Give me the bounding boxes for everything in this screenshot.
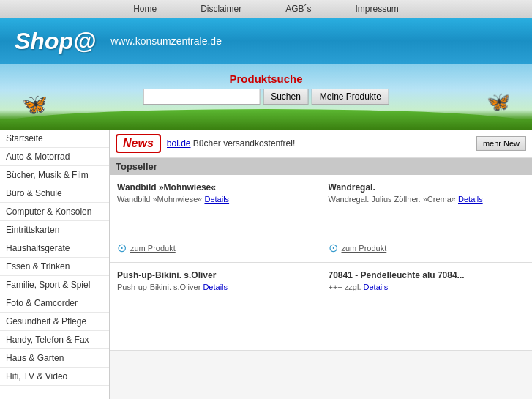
sidebar-item-3[interactable]: Büro & Schule bbox=[0, 184, 109, 203]
news-text: bol.de Bücher versandkostenfrei! bbox=[167, 138, 471, 149]
zum-produkt-link-1[interactable]: zum Produkt bbox=[130, 244, 176, 253]
nav-item-impressum[interactable]: Impressum bbox=[356, 4, 399, 14]
sidebar-item-9[interactable]: Foto & Camcorder bbox=[0, 294, 109, 313]
product-title-1: Wandbild »Mohnwiese« bbox=[117, 182, 313, 193]
sidebar-item-12[interactable]: Haus & Garten bbox=[0, 349, 109, 368]
sidebar-item-13[interactable]: Hifi, TV & Video bbox=[0, 368, 109, 386]
sidebar-item-6[interactable]: Haushaltsgeräte bbox=[0, 239, 109, 258]
product-desc-3: Push-up-Bikini. s.Oliver Details bbox=[117, 283, 313, 291]
product-cell-2: Wandregal. Wandregal. Julius Zöllner. »C… bbox=[321, 175, 533, 263]
product-desc-2: Wandregal. Julius Zöllner. »Crema« Detai… bbox=[329, 195, 525, 204]
nav-item-home[interactable]: Home bbox=[133, 4, 157, 14]
product-desc-1: Wandbild »Mohnwiese« Details bbox=[117, 195, 313, 204]
site-url: www.konsumzentrale.de bbox=[110, 35, 222, 47]
product-cell-4: 70841 - Pendelleuchte alu 7084... +++ zz… bbox=[321, 263, 533, 351]
sidebar-item-1[interactable]: Auto & Motorrad bbox=[0, 148, 109, 166]
suchen-button[interactable]: Suchen bbox=[263, 89, 309, 105]
sidebar-item-0[interactable]: Startseite bbox=[0, 130, 109, 148]
product-details-link-2[interactable]: Details bbox=[458, 195, 483, 204]
main-layout: StartseiteAuto & MotorradBücher, Musik &… bbox=[0, 130, 532, 399]
product-title-3: Push-up-Bikini. s.Oliver bbox=[117, 270, 313, 280]
content-area: News bol.de Bücher versandkostenfrei! me… bbox=[110, 130, 532, 399]
mehr-news-button[interactable]: mehr New bbox=[476, 136, 526, 151]
zum-produkt-link-2[interactable]: zum Produkt bbox=[342, 244, 387, 253]
product-title-2: Wandregal. bbox=[329, 182, 525, 193]
logo: Shop@ bbox=[15, 28, 96, 55]
search-label: Produktsuche bbox=[229, 72, 302, 85]
product-title-4: 70841 - Pendelleuchte alu 7084... bbox=[329, 270, 525, 280]
product-desc-4: +++ zzgl. Details bbox=[329, 283, 525, 291]
nav-item-agb-s[interactable]: AGB´s bbox=[285, 4, 311, 14]
arrow-icon-2: ⊙ bbox=[329, 241, 338, 255]
product-details-link-1[interactable]: Details bbox=[204, 195, 229, 204]
news-bar: News bol.de Bücher versandkostenfrei! me… bbox=[110, 130, 532, 158]
news-description: Bücher versandkostenfrei! bbox=[191, 138, 296, 149]
sidebar-item-10[interactable]: Gesundheit & Pflege bbox=[0, 313, 109, 331]
nav-item-disclaimer[interactable]: Disclaimer bbox=[201, 4, 241, 14]
topseller-header: Topseller bbox=[110, 158, 532, 175]
sidebar-item-2[interactable]: Bücher, Musik & Film bbox=[0, 166, 109, 184]
top-navigation: HomeDisclaimerAGB´sImpressum bbox=[0, 0, 532, 18]
sidebar-item-5[interactable]: Eintrittskarten bbox=[0, 221, 109, 239]
butterfly-right-icon: 🦋 bbox=[487, 91, 510, 113]
product-details-link-3[interactable]: Details bbox=[203, 283, 228, 291]
header: Shop@ www.konsumzentrale.de bbox=[0, 18, 532, 64]
news-link[interactable]: bol.de bbox=[167, 138, 191, 149]
meine-produkte-button[interactable]: Meine Produkte bbox=[312, 89, 389, 105]
search-area: Produktsuche Suchen Meine Produkte bbox=[143, 72, 389, 105]
sidebar-item-4[interactable]: Computer & Konsolen bbox=[0, 203, 109, 221]
product-details-link-4[interactable]: Details bbox=[364, 283, 389, 291]
sidebar-item-7[interactable]: Essen & Trinken bbox=[0, 258, 109, 276]
sidebar: StartseiteAuto & MotorradBücher, Musik &… bbox=[0, 130, 110, 399]
sky-banner: 🦋 🦋 Produktsuche Suchen Meine Produkte bbox=[0, 64, 532, 130]
product-cell-1: Wandbild »Mohnwiese« Wandbild »Mohnwiese… bbox=[110, 175, 321, 263]
product-cell-3: Push-up-Bikini. s.Oliver Push-up-Bikini.… bbox=[110, 263, 321, 351]
sidebar-item-8[interactable]: Familie, Sport & Spiel bbox=[0, 276, 109, 294]
sidebar-item-11[interactable]: Handy, Telefon & Fax bbox=[0, 331, 109, 349]
butterfly-left-icon: 🦋 bbox=[22, 92, 48, 116]
products-grid: Wandbild »Mohnwiese« Wandbild »Mohnwiese… bbox=[110, 175, 532, 351]
arrow-icon-1: ⊙ bbox=[117, 241, 127, 255]
news-badge: News bbox=[116, 134, 161, 153]
search-input[interactable] bbox=[143, 89, 260, 105]
